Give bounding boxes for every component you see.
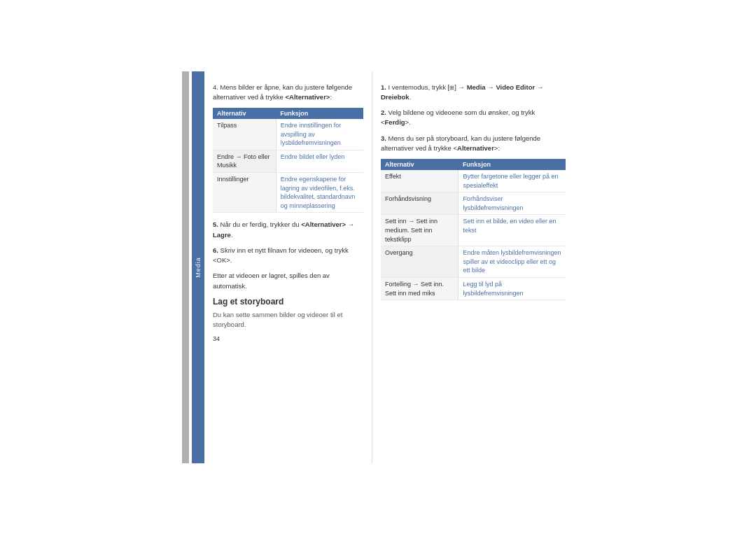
step-after-text: Etter at videoen er lagret, spilles den …	[213, 271, 363, 291]
right-table-cell-alt2: Forhåndsvisning	[381, 192, 458, 215]
table-row: Endre → Foto eller Musikk Endre bildet e…	[213, 150, 363, 172]
sidebar-label: Media	[195, 257, 202, 278]
right-table: Alternativ Funksjon Effekt Bytter farget…	[381, 159, 566, 300]
sidebar-blue: Media	[192, 71, 204, 463]
right-table-cell-alt3: Sett inn → Sett inn medium. Sett inn tek…	[381, 215, 458, 246]
right-table-cell-func2: Forhåndsviser lysbildefremvisningen	[458, 192, 566, 215]
table-row: Innstillinger Endre egenskapene for lagr…	[213, 172, 363, 212]
right-table-header-col2: Funksjon	[458, 159, 566, 170]
right-table-cell-func5: Legg til lyd på lysbildefremvisningen	[458, 277, 566, 300]
table-row: Forhåndsvisning Forhåndsviser lysbildefr…	[381, 192, 566, 215]
right-column: 1. I ventemodus, trykk [⊞] → Media → Vid…	[372, 71, 574, 463]
section-subtext: Du kan sette sammen bilder og videoer ti…	[213, 310, 363, 330]
table-cell-alt3: Innstillinger	[213, 172, 276, 212]
step-4-text: 4. Mens bilder er åpne, kan du justere f…	[213, 83, 363, 103]
right-step-2: 2. Velg bildene og videoene som du ønske…	[381, 108, 566, 128]
step-5-text: 5. Når du er ferdig, trykker du <Alterna…	[213, 220, 363, 240]
page-container: Media 4. Mens bilder er åpne, kan du jus…	[0, 0, 756, 534]
left-table-header-col1: Alternativ	[213, 108, 276, 119]
page-number: 34	[213, 335, 363, 342]
table-row: Fortelling → Sett inn. Sett inn med miks…	[381, 277, 566, 300]
right-table-cell-alt5: Fortelling → Sett inn. Sett inn med miks	[381, 277, 458, 300]
table-cell-alt2: Endre → Foto eller Musikk	[213, 150, 276, 172]
left-table: Alternativ Funksjon Tilpass Endre innsti…	[213, 108, 363, 213]
step-6-text: 6. Skriv inn et nytt filnavn for videoen…	[213, 246, 363, 266]
left-table-header-col2: Funksjon	[276, 108, 363, 119]
table-row: Sett inn → Sett inn medium. Sett inn tek…	[381, 215, 566, 246]
content-area: 4. Mens bilder er åpne, kan du justere f…	[204, 71, 574, 463]
doc-page: Media 4. Mens bilder er åpne, kan du jus…	[182, 71, 574, 463]
right-table-header-col1: Alternativ	[381, 159, 458, 170]
table-row: Tilpass Endre innstillingen for avspilli…	[213, 119, 363, 150]
table-cell-alt1: Tilpass	[213, 119, 276, 150]
right-table-cell-alt1: Effekt	[381, 170, 458, 192]
right-step-3: 3. Mens du ser på storyboard, kan du jus…	[381, 134, 566, 154]
table-cell-func3: Endre egenskapene for lagring av videofi…	[276, 172, 363, 212]
left-table-element: Alternativ Funksjon Tilpass Endre innsti…	[213, 108, 363, 213]
step-4-number: 4.	[213, 83, 218, 91]
table-cell-func2: Endre bildet eller lyden	[276, 150, 363, 172]
table-cell-func1: Endre innstillingen for avspilling av ly…	[276, 119, 363, 150]
right-table-cell-func3: Sett inn et bilde, en video eller en tek…	[458, 215, 566, 246]
right-step-1: 1. I ventemodus, trykk [⊞] → Media → Vid…	[381, 83, 566, 103]
right-table-cell-func1: Bytter fargetone eller legger på en spes…	[458, 170, 566, 192]
section-heading: Lag et storyboard	[213, 297, 363, 307]
table-row: Overgang Endre måten lysbildefremvisning…	[381, 246, 566, 278]
table-row: Effekt Bytter fargetone eller legger på …	[381, 170, 566, 192]
left-column: 4. Mens bilder er åpne, kan du justere f…	[204, 71, 372, 463]
right-table-element: Alternativ Funksjon Effekt Bytter farget…	[381, 159, 566, 300]
right-table-cell-alt4: Overgang	[381, 246, 458, 278]
gray-accent-bar	[182, 71, 189, 463]
right-table-cell-func4: Endre måten lysbildefremvisningen spille…	[458, 246, 566, 278]
